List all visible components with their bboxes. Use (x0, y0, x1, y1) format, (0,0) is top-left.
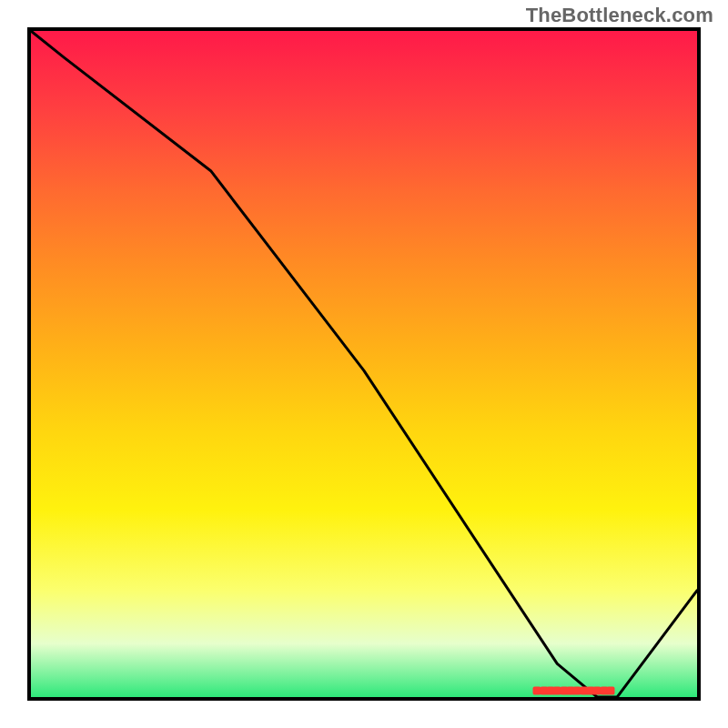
series-path (31, 31, 697, 697)
plot-area (27, 27, 701, 701)
chart-container: TheBottleneck.com (0, 0, 728, 728)
watermark-text: TheBottleneck.com (526, 4, 713, 27)
highlight-marker (606, 686, 614, 694)
line-curve (31, 31, 697, 697)
